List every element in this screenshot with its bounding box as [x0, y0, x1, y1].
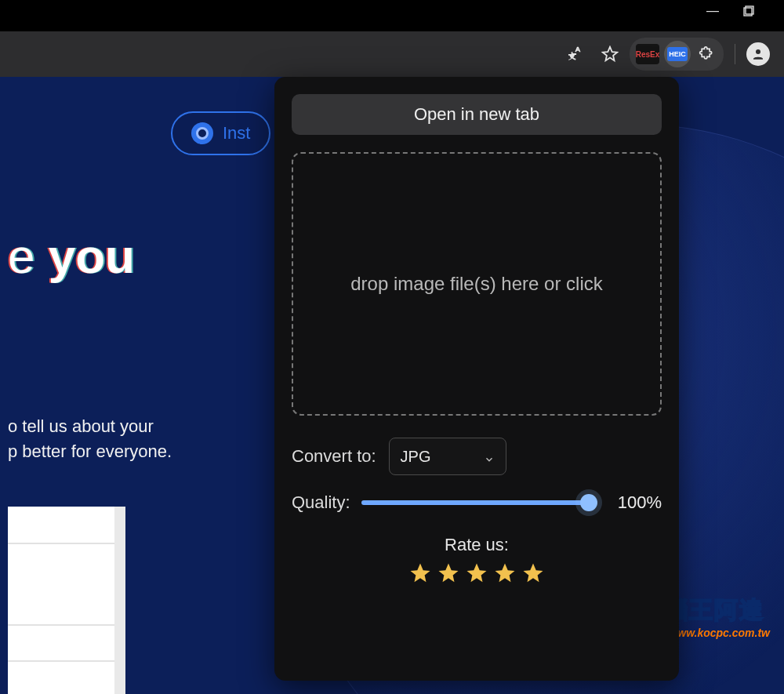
- quality-slider-track: [361, 500, 596, 505]
- star-icon[interactable]: [408, 561, 432, 585]
- mini-divider: [8, 660, 114, 662]
- headline-fragment: e: [8, 229, 34, 283]
- headline-word: you: [49, 229, 135, 283]
- extension-chip-heic[interactable]: HEIC: [664, 41, 691, 67]
- format-select-value: JPG: [401, 448, 431, 466]
- heic-badge-label: HEIC: [667, 47, 688, 61]
- pinned-extensions-group: ResEx HEIC: [630, 38, 724, 71]
- open-new-tab-button[interactable]: Open in new tab: [292, 94, 662, 135]
- star-icon[interactable]: [437, 561, 460, 585]
- svg-marker-4: [411, 564, 430, 583]
- svg-marker-8: [524, 564, 543, 583]
- chevron-down-icon: [484, 451, 495, 462]
- mini-divider: [8, 624, 114, 626]
- quality-slider[interactable]: [361, 500, 596, 505]
- dropzone[interactable]: drop image file(s) here or click: [292, 152, 662, 416]
- translate-icon[interactable]: [564, 41, 590, 67]
- install-button[interactable]: Inst: [171, 111, 270, 155]
- convert-label: Convert to:: [292, 446, 376, 467]
- mini-scroll-stripe: [114, 507, 125, 694]
- quality-value: 100%: [607, 492, 662, 513]
- extension-chip-1[interactable]: ResEx: [636, 44, 659, 64]
- format-select[interactable]: JPG: [389, 438, 506, 475]
- quality-row: Quality: 100%: [292, 492, 662, 513]
- chrome-icon: [191, 122, 213, 144]
- maximize-icon[interactable]: [743, 5, 754, 16]
- svg-marker-6: [467, 564, 487, 583]
- svg-marker-7: [495, 564, 515, 583]
- page-subtext: o tell us about your p better for everyo…: [8, 414, 267, 464]
- bookmark-star-icon[interactable]: [597, 41, 623, 67]
- rate-us-label: Rate us:: [292, 535, 662, 555]
- star-icon[interactable]: [493, 561, 517, 585]
- profile-avatar-icon[interactable]: [746, 42, 770, 66]
- svg-marker-5: [439, 564, 459, 583]
- minimize-icon[interactable]: —: [707, 5, 718, 16]
- star-icon[interactable]: [521, 561, 545, 585]
- rate-us-block: Rate us:: [292, 535, 662, 585]
- quality-label: Quality:: [292, 492, 350, 513]
- window-controls: —: [707, 0, 784, 22]
- convert-row: Convert to: JPG: [292, 438, 662, 475]
- star-icon[interactable]: [465, 561, 488, 585]
- browser-toolbar: ResEx HEIC: [0, 31, 784, 77]
- dropzone-text: drop image file(s) here or click: [350, 273, 602, 295]
- rating-stars: [292, 561, 662, 585]
- extensions-puzzle-icon[interactable]: [695, 41, 717, 67]
- mini-thumbnail-panel: [8, 507, 125, 694]
- toolbar-separator: [735, 44, 735, 64]
- extension-popup: Open in new tab drop image file(s) here …: [274, 77, 679, 681]
- svg-point-3: [756, 49, 760, 54]
- page-headline: e you: [0, 231, 282, 282]
- subtext-line-1: o tell us about your: [8, 414, 267, 439]
- mini-divider: [8, 543, 114, 544]
- quality-slider-thumb[interactable]: [580, 494, 597, 511]
- svg-marker-2: [603, 47, 617, 60]
- subtext-line-2: p better for everyone.: [8, 439, 267, 464]
- install-button-label: Inst: [223, 123, 250, 144]
